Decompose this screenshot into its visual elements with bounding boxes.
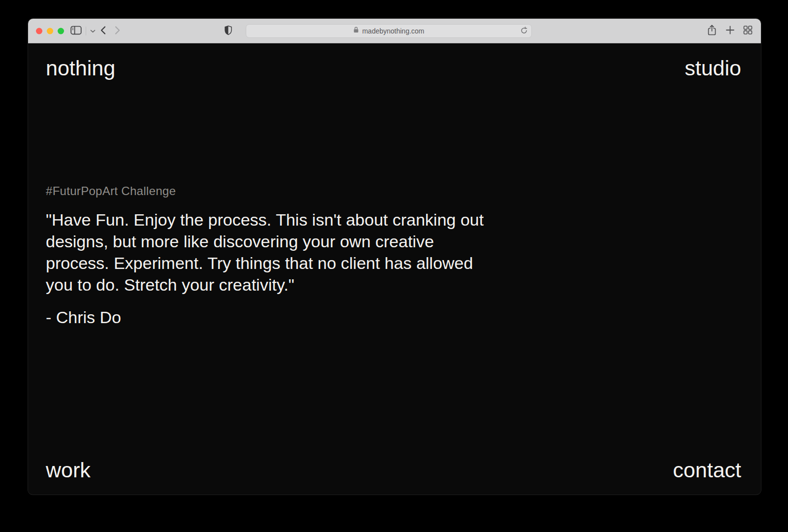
quote-line: process. Experiment. Try things that no … [46, 252, 484, 274]
browser-toolbar: madebynothing.com [28, 19, 761, 43]
forward-button[interactable] [115, 26, 121, 36]
zoom-button[interactable] [58, 28, 64, 34]
chevron-down-icon [90, 27, 96, 34]
quote-line: designs, but more like discovering your … [46, 231, 484, 252]
quote-attribution: - Chris Do [46, 308, 484, 327]
browser-window: madebynothing.com [28, 19, 761, 495]
nav-link-contact[interactable]: contact [673, 458, 741, 482]
reload-icon [520, 26, 528, 35]
share-icon [707, 24, 717, 37]
brand-link-nothing[interactable]: nothing [46, 56, 115, 80]
chevron-right-icon [115, 26, 121, 36]
address-bar[interactable]: madebynothing.com [246, 24, 532, 38]
quote-line: you to do. Stretch your creativity." [46, 274, 484, 296]
plus-icon [725, 26, 735, 36]
sidebar-toggle-button[interactable] [70, 26, 82, 36]
shield-icon [224, 25, 232, 37]
navigation-buttons [100, 26, 121, 36]
share-button[interactable] [707, 24, 717, 37]
sidebar-controls [70, 26, 96, 36]
tab-overview-button[interactable] [743, 26, 753, 36]
toolbar-divider [86, 27, 86, 35]
quote-text: "Have Fun. Enjoy the process. This isn't… [46, 209, 484, 296]
toolbar-right-actions [707, 24, 753, 37]
privacy-report-button[interactable] [224, 25, 232, 37]
sidebar-toggle-icon [70, 26, 82, 36]
sidebar-dropdown-button[interactable] [90, 27, 96, 34]
back-button[interactable] [100, 26, 106, 36]
url-text: madebynothing.com [362, 27, 424, 35]
page-content: nothing studio #FuturPopArt Challenge "H… [28, 43, 761, 494]
new-tab-button[interactable] [725, 26, 735, 36]
nav-link-studio[interactable]: studio [685, 56, 741, 80]
lock-icon [353, 26, 359, 35]
nav-link-work[interactable]: work [46, 458, 91, 482]
quote-section: #FuturPopArt Challenge "Have Fun. Enjoy … [46, 184, 484, 327]
minimize-button[interactable] [47, 28, 53, 34]
reload-button[interactable] [520, 26, 528, 35]
quote-line: "Have Fun. Enjoy the process. This isn't… [46, 209, 484, 231]
challenge-tag: #FuturPopArt Challenge [46, 184, 484, 198]
chevron-left-icon [100, 26, 106, 36]
grid-icon [743, 26, 753, 36]
window-controls [36, 28, 64, 34]
privacy-report [224, 25, 232, 37]
close-button[interactable] [36, 28, 42, 34]
